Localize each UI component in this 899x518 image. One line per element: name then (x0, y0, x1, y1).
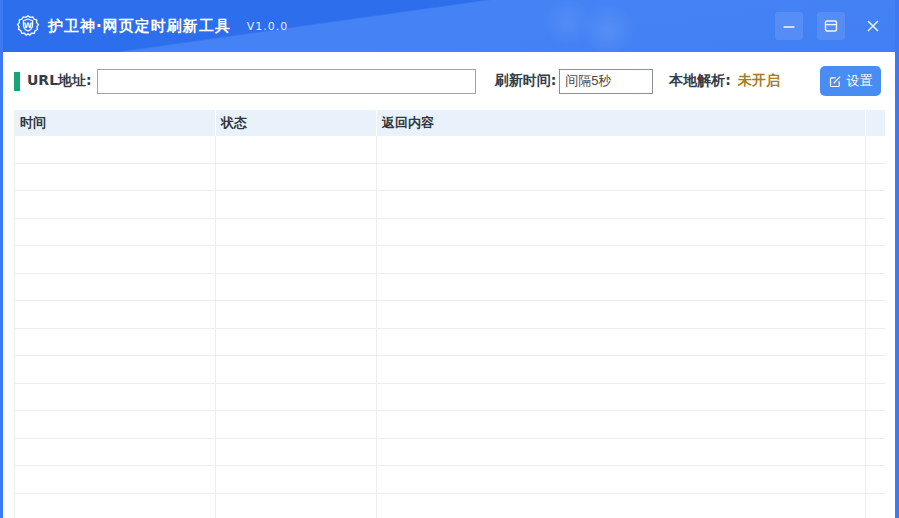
table-cell (15, 219, 216, 246)
settings-button[interactable]: 设置 (820, 66, 881, 96)
table-cell (216, 136, 377, 163)
minimize-icon (781, 18, 797, 34)
table-cell (377, 384, 866, 411)
table-row (15, 191, 885, 219)
table-cell (866, 494, 885, 518)
toolbar: URL地址: 刷新时间: 本地解析: 未开启 设置 (3, 52, 895, 110)
local-dns-label: 本地解析: (669, 72, 731, 90)
table-row (15, 356, 885, 384)
table-body (15, 136, 885, 518)
table-cell (216, 219, 377, 246)
table-cell (377, 164, 866, 191)
table-cell (15, 164, 216, 191)
table-cell (377, 439, 866, 466)
table-row (15, 329, 885, 357)
svg-text:W: W (24, 21, 33, 30)
table-row (15, 136, 885, 164)
table-cell (216, 466, 377, 493)
table-cell (15, 246, 216, 273)
maximize-button[interactable] (817, 12, 845, 40)
column-header-filler (866, 110, 885, 136)
column-header-response: 返回内容 (377, 110, 866, 136)
table-cell (377, 274, 866, 301)
table-row (15, 301, 885, 329)
table-cell (15, 466, 216, 493)
table-cell (866, 411, 885, 438)
green-accent-bar (14, 72, 20, 91)
table-cell (216, 494, 377, 518)
table-cell (377, 301, 866, 328)
table-cell (377, 136, 866, 163)
table-header: 时间 状态 返回内容 (15, 110, 885, 136)
table-cell (216, 274, 377, 301)
table-row (15, 411, 885, 439)
table-cell (216, 164, 377, 191)
table-cell (377, 466, 866, 493)
table-row (15, 384, 885, 412)
table-cell (377, 411, 866, 438)
table-cell (15, 191, 216, 218)
url-label: URL地址: (27, 72, 92, 90)
table-row (15, 219, 885, 247)
table-cell (866, 356, 885, 383)
table-cell (866, 384, 885, 411)
refresh-interval-input[interactable] (559, 69, 653, 94)
table-row (15, 439, 885, 467)
edit-icon (829, 75, 842, 88)
title-bar: W 护卫神·网页定时刷新工具 V1.0.0 (0, 0, 899, 52)
table-cell (15, 439, 216, 466)
shield-w-logo-icon: W (16, 14, 40, 38)
table-cell (866, 329, 885, 356)
table-cell (216, 384, 377, 411)
column-header-time: 时间 (15, 110, 216, 136)
table-row (15, 494, 885, 518)
table-cell (866, 301, 885, 328)
column-header-status: 状态 (216, 110, 377, 136)
close-button[interactable] (859, 12, 887, 40)
table-cell (216, 411, 377, 438)
app-version: V1.0.0 (247, 20, 289, 33)
table-cell (216, 439, 377, 466)
table-cell (377, 329, 866, 356)
table-cell (377, 191, 866, 218)
table-cell (15, 136, 216, 163)
results-table: 时间 状态 返回内容 (14, 110, 885, 518)
table-cell (15, 356, 216, 383)
table-cell (15, 494, 216, 518)
table-cell (866, 466, 885, 493)
table-cell (216, 356, 377, 383)
table-cell (377, 219, 866, 246)
table-cell (377, 356, 866, 383)
table-cell (216, 301, 377, 328)
table-cell (15, 329, 216, 356)
minimize-button[interactable] (775, 12, 803, 40)
title-left: W 护卫神·网页定时刷新工具 V1.0.0 (16, 14, 288, 38)
table-row (15, 274, 885, 302)
table-row (15, 164, 885, 192)
local-dns-status: 未开启 (738, 72, 780, 90)
settings-button-label: 设置 (847, 72, 873, 90)
table-cell (866, 439, 885, 466)
table-cell (15, 384, 216, 411)
close-icon (865, 18, 881, 34)
window-controls (775, 12, 887, 40)
app-window: W 护卫神·网页定时刷新工具 V1.0.0 (0, 0, 899, 518)
table-cell (15, 411, 216, 438)
table-cell (866, 164, 885, 191)
table-cell (866, 246, 885, 273)
table-row (15, 466, 885, 494)
app-title: 护卫神·网页定时刷新工具 (48, 17, 231, 36)
url-input[interactable] (97, 69, 476, 94)
table-cell (216, 329, 377, 356)
table-cell (866, 191, 885, 218)
table-cell (866, 136, 885, 163)
table-row (15, 246, 885, 274)
maximize-icon (823, 18, 839, 34)
refresh-time-label: 刷新时间: (495, 72, 557, 90)
table-cell (15, 274, 216, 301)
table-cell (866, 219, 885, 246)
table-cell (15, 301, 216, 328)
table-cell (377, 494, 866, 518)
table-cell (216, 191, 377, 218)
table-cell (377, 246, 866, 273)
